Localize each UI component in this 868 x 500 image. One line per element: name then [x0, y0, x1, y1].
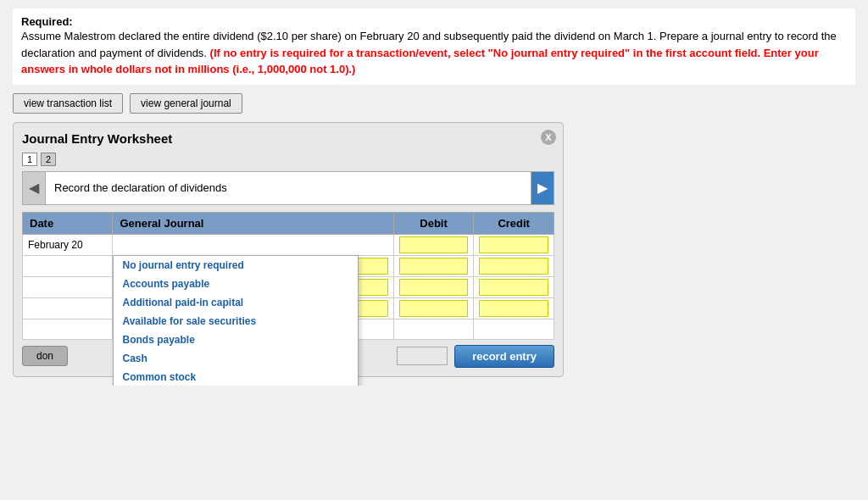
credit-cell-1[interactable]	[474, 234, 554, 255]
credit-input-4[interactable]	[479, 300, 548, 317]
date-cell-2	[23, 255, 113, 276]
debit-cell-1[interactable]	[393, 234, 474, 255]
debit-cell-2[interactable]	[393, 255, 474, 276]
drop-item-available-sale[interactable]: Available for sale securities	[114, 312, 358, 331]
page-1-indicator[interactable]: 1	[22, 153, 37, 166]
debit-input-4[interactable]	[399, 300, 469, 317]
nav-row: ◀ Record the declaration of dividends ▶	[22, 171, 554, 205]
entry-input[interactable]	[397, 347, 448, 365]
drop-item-bonds-payable[interactable]: Bonds payable	[114, 331, 358, 349]
nav-text: Record the declaration of dividends	[46, 171, 531, 205]
date-cell-3	[23, 276, 113, 297]
credit-input-2[interactable]	[479, 258, 548, 275]
credit-cell-3[interactable]	[474, 276, 554, 297]
account-dropdown[interactable]: No journal entry required Accounts payab…	[113, 255, 359, 386]
top-button-row: view transaction list view general journ…	[13, 93, 855, 114]
page-indicator: 1 2	[22, 153, 554, 166]
credit-input-3[interactable]	[479, 279, 548, 296]
header-general-journal: General Journal	[113, 212, 393, 234]
table-row: February 20 No journal entry required Ac…	[23, 234, 554, 255]
required-text: Assume Malestrom declared the entire div…	[21, 30, 837, 75]
journal-table: Date General Journal Debit Credit Februa…	[22, 212, 554, 340]
account-cell-1[interactable]: No journal entry required Accounts payab…	[113, 234, 393, 255]
debit-input-2[interactable]	[399, 258, 469, 275]
drop-item-no-entry[interactable]: No journal entry required	[114, 256, 358, 275]
debit-cell-4[interactable]	[393, 297, 474, 319]
credit-cell-5	[474, 319, 554, 339]
view-journal-btn[interactable]: view general journal	[130, 93, 242, 114]
date-cell-5	[23, 319, 113, 339]
credit-cell-4[interactable]	[474, 297, 554, 319]
close-button[interactable]: X	[541, 130, 556, 145]
debit-input-1[interactable]	[399, 236, 469, 253]
record-entry-button[interactable]: record entry	[454, 345, 554, 368]
view-transaction-btn[interactable]: view transaction list	[13, 93, 123, 114]
credit-input-1[interactable]	[479, 236, 548, 253]
debit-input-3[interactable]	[399, 279, 469, 296]
right-section: record entry	[397, 345, 554, 368]
page-2-indicator[interactable]: 2	[41, 153, 56, 166]
date-value: February 20	[28, 239, 83, 251]
drop-item-common-stock[interactable]: Common stock	[114, 368, 358, 386]
drop-item-accounts-payable[interactable]: Accounts payable	[114, 275, 358, 293]
drop-item-cash[interactable]: Cash	[114, 349, 358, 368]
date-cell-4	[23, 297, 113, 319]
done-button[interactable]: don	[22, 346, 68, 366]
drop-item-additional-paid-in[interactable]: Additional paid-in capital	[114, 293, 358, 312]
header-credit: Credit	[474, 212, 554, 234]
worksheet-title: Journal Entry Worksheet	[22, 131, 554, 146]
header-date: Date	[23, 212, 113, 234]
date-cell-1: February 20	[23, 234, 113, 255]
header-debit: Debit	[393, 212, 474, 234]
worksheet-container: Journal Entry Worksheet X 1 2 ◀ Record t…	[13, 122, 564, 377]
nav-left-arrow[interactable]: ◀	[22, 171, 46, 205]
debit-cell-5	[393, 319, 474, 339]
credit-cell-2[interactable]	[474, 255, 554, 276]
required-label: Required:	[21, 15, 73, 28]
debit-cell-3[interactable]	[393, 276, 474, 297]
required-section: Required: Assume Malestrom declared the …	[13, 8, 855, 85]
nav-right-arrow[interactable]: ▶	[531, 171, 554, 205]
